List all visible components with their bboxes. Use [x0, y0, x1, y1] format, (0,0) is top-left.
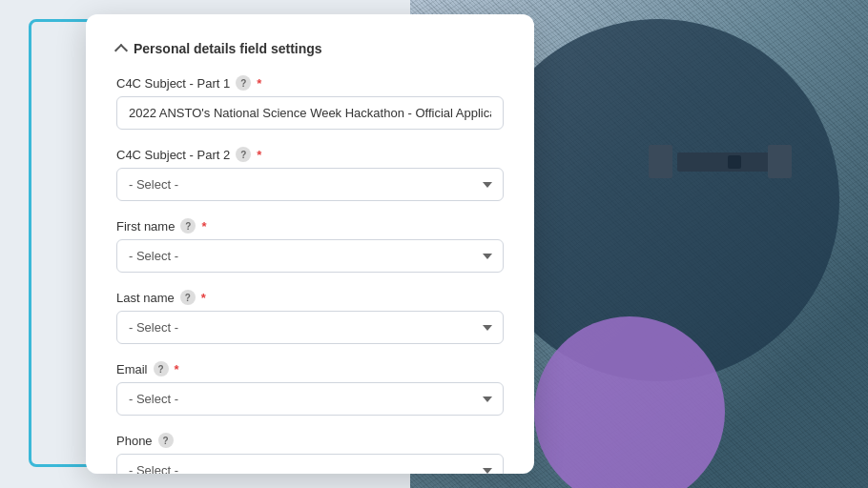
settings-card: Personal details field settings C4C Subj… [86, 14, 534, 474]
field-c4c-part2: C4C Subject - Part 2 ? * - Select - [116, 147, 504, 201]
field-last-name: Last name ? * - Select - [116, 290, 504, 344]
field-label-c4c-part1: C4C Subject - Part 1 ? * [116, 75, 504, 91]
help-icon-c4c-part1[interactable]: ? [236, 75, 251, 91]
required-star-first-name: * [201, 219, 206, 234]
select-first-name[interactable]: - Select - [116, 239, 504, 273]
section-title: Personal details field settings [134, 41, 322, 56]
select-c4c-part2[interactable]: - Select - [116, 168, 504, 201]
required-star-c4c-part2: * [257, 148, 261, 162]
select-phone[interactable]: - Select - [116, 454, 504, 474]
collapse-icon[interactable] [114, 43, 128, 56]
help-icon-email[interactable]: ? [154, 361, 169, 376]
field-label-first-name: First name ? * [116, 218, 504, 234]
select-wrapper-phone: - Select - [116, 454, 504, 474]
field-c4c-part1: C4C Subject - Part 1 ? * [116, 75, 504, 130]
required-star-last-name: * [201, 291, 206, 305]
field-label-c4c-part2: C4C Subject - Part 2 ? * [116, 147, 504, 162]
select-email[interactable]: - Select - [116, 382, 504, 416]
input-c4c-part1[interactable] [116, 96, 504, 130]
required-star-email: * [175, 362, 179, 376]
field-label-phone: Phone ? [116, 433, 504, 448]
select-wrapper-email: - Select - [116, 382, 504, 416]
satellite-icon [677, 152, 792, 172]
help-icon-last-name[interactable]: ? [180, 290, 196, 305]
help-icon-c4c-part2[interactable]: ? [236, 147, 251, 162]
required-star-c4c-part1: * [257, 76, 261, 91]
select-wrapper-first-name: - Select - [116, 239, 504, 273]
select-last-name[interactable]: - Select - [116, 311, 504, 344]
select-wrapper-last-name: - Select - [116, 311, 504, 344]
field-phone: Phone ? - Select - [116, 433, 504, 474]
select-wrapper-c4c-part2: - Select - [116, 168, 504, 201]
help-icon-first-name[interactable]: ? [180, 218, 196, 234]
field-label-last-name: Last name ? * [116, 290, 504, 305]
field-email: Email ? * - Select - [116, 361, 504, 416]
help-icon-phone[interactable]: ? [158, 433, 174, 448]
field-first-name: First name ? * - Select - [116, 218, 504, 273]
section-header: Personal details field settings [116, 41, 504, 56]
field-label-email: Email ? * [116, 361, 504, 376]
